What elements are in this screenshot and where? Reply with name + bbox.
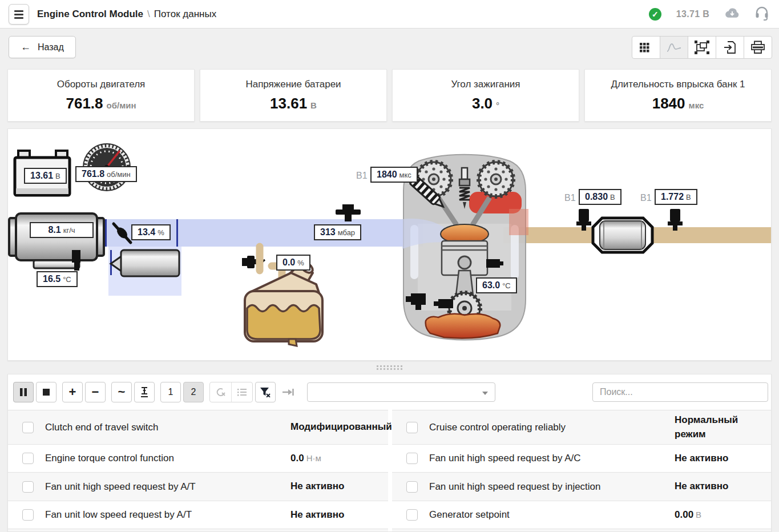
partial-row	[392, 529, 772, 532]
maf-label: 8.1кг/ч	[30, 222, 94, 238]
export-button[interactable]	[716, 36, 744, 59]
cloud-download-icon[interactable]	[724, 7, 740, 22]
iat-label: 16.5°C	[37, 271, 78, 287]
injection-duration-label: 1840мкс	[370, 167, 418, 183]
o2-front-voltage-label: 0.830В	[579, 189, 621, 205]
battery-voltage-status: 13.71 В	[676, 9, 709, 19]
page-2-button[interactable]: 2	[183, 382, 204, 402]
injection-bank-label: B1	[356, 171, 368, 181]
row-checkbox[interactable]	[406, 422, 418, 433]
purge-duty-label: 0.0%	[276, 255, 310, 271]
stream-toolbar: + − ~ 1 2	[13, 382, 301, 402]
print-button[interactable]	[744, 36, 772, 59]
headset-icon[interactable]	[755, 6, 769, 23]
zoom-out-button[interactable]: −	[85, 382, 106, 402]
table-row[interactable]: Clutch end of travel switch Модифицирова…	[8, 410, 388, 444]
stop-button[interactable]	[36, 382, 56, 402]
table-row[interactable]: Generator setpoint 0.00В	[392, 501, 772, 529]
zoom-in-button[interactable]: +	[62, 382, 83, 402]
oil-pan	[426, 314, 501, 338]
panel-splitter[interactable]	[7, 361, 772, 374]
card-ignition-angle: Угол зажигания 3.0°	[392, 69, 579, 122]
map-pressure-label: 313мбар	[314, 224, 361, 240]
o2-rear-bank-label: B1	[640, 193, 652, 203]
iac-valve-icon	[111, 250, 179, 276]
clear-filter-button[interactable]	[255, 382, 276, 402]
row-checkbox[interactable]	[406, 481, 418, 493]
table-row[interactable]: Fan unit high speed request by A/C Не ак…	[392, 444, 772, 472]
breadcrumb: Engine Control Module \ Поток данных	[37, 0, 216, 29]
drag-handle-dots	[377, 365, 402, 370]
card-battery-voltage: Напряжение батареи 13.61В	[200, 69, 387, 122]
o2-front-bank-label: B1	[564, 193, 576, 203]
smooth-curve-button[interactable]: ~	[111, 382, 132, 402]
hamburger-menu-button[interactable]	[9, 4, 29, 25]
top-bar: Engine Control Module \ Поток данных ✓ 1…	[0, 0, 779, 29]
card-engine-rpm: Обороты двигателя 761.8об/мин	[7, 69, 195, 122]
chevron-down-icon	[482, 392, 488, 395]
throttle-position-label: 13.4%	[131, 224, 171, 240]
data-stream-panel: + − ~ 1 2	[7, 374, 772, 532]
engine-icon	[402, 155, 528, 340]
engine-diagram-graphic	[8, 129, 772, 361]
row-checkbox[interactable]	[22, 422, 34, 433]
engine-rpm-label: 761.8об/мин	[75, 166, 137, 182]
row-checkbox[interactable]	[22, 509, 34, 521]
catalytic-converter-icon	[593, 218, 652, 252]
engine-diagram-panel: 13.61В 761.8об/мин 8.1кг/ч 16.5°C 13.4% …	[7, 128, 772, 361]
table-row[interactable]: Fan unit low speed request by A/T Не акт…	[8, 501, 388, 529]
grid-view-button[interactable]	[632, 36, 660, 59]
partial-row	[8, 529, 388, 532]
row-checkbox[interactable]	[22, 453, 34, 464]
back-button[interactable]: ← Назад	[9, 36, 76, 58]
table-row[interactable]: Fan unit high speed request by A/T Не ак…	[8, 472, 388, 501]
battery-voltage-label: 13.61В	[24, 168, 67, 184]
clear-selection-button[interactable]	[210, 382, 231, 402]
schematic-view-button[interactable]	[688, 36, 716, 59]
selection-tools-group	[209, 382, 253, 402]
row-checkbox[interactable]	[406, 453, 418, 464]
module-title: Engine Control Module	[37, 9, 143, 20]
o2-rear-voltage-label: 1.772В	[655, 189, 697, 205]
pause-button[interactable]	[13, 382, 34, 402]
search-input[interactable]	[592, 382, 768, 402]
goto-end-button[interactable]	[278, 382, 298, 402]
view-toolbar	[632, 36, 772, 59]
page-1-button[interactable]: 1	[160, 382, 181, 402]
coolant-temp-label: 63.0°C	[476, 277, 517, 293]
chart-view-button[interactable]	[660, 36, 688, 59]
card-injection-duration: Длительность впрыска банк 1 1840мкс	[584, 69, 772, 122]
table-row[interactable]: Fan unit high speed request by injection…	[392, 472, 772, 501]
fit-height-button[interactable]	[134, 382, 155, 402]
row-checkbox[interactable]	[406, 509, 418, 521]
connection-ok-icon: ✓	[649, 8, 661, 21]
map-sensor-icon	[336, 204, 361, 221]
group-select-dropdown[interactable]	[307, 382, 495, 402]
select-list-button[interactable]	[231, 382, 252, 402]
camshaft-gear-icon	[479, 162, 513, 196]
table-row[interactable]: Cruise control operating reliably Нормал…	[392, 410, 772, 444]
back-arrow-icon: ←	[21, 41, 31, 53]
row-checkbox[interactable]	[22, 481, 34, 493]
table-row[interactable]: Engine torque control function 0.0Н·м	[8, 444, 388, 472]
page-title: Поток данных	[154, 9, 216, 20]
stat-cards: Обороты двигателя 761.8об/мин Напряжение…	[7, 69, 772, 122]
